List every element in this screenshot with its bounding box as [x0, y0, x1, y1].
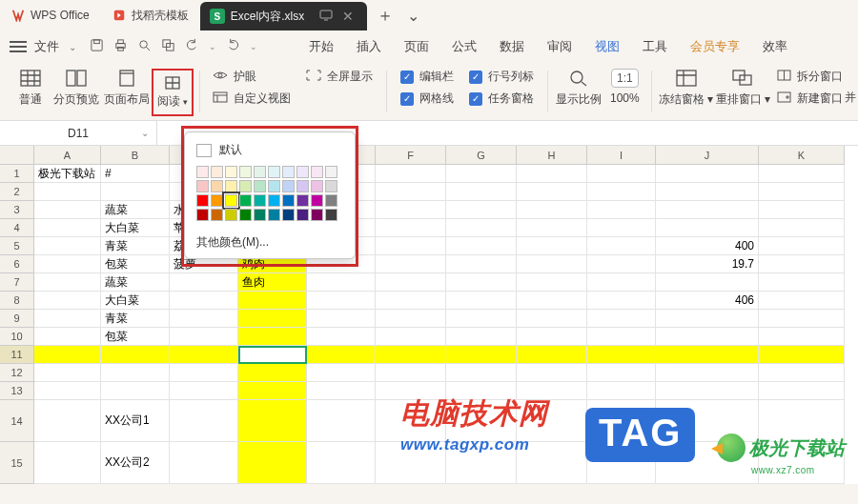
cell-K8[interactable] — [759, 292, 845, 310]
col-header-F[interactable]: F — [376, 146, 446, 165]
cell-B7[interactable]: 蔬菜 — [101, 273, 170, 292]
cell-A8[interactable] — [34, 292, 101, 310]
color-swatch[interactable] — [282, 166, 295, 178]
color-swatch[interactable] — [268, 209, 280, 221]
cell-J7[interactable] — [656, 273, 759, 292]
cell-J5[interactable]: 400 — [656, 237, 759, 255]
cell-B13[interactable] — [101, 382, 170, 400]
row-header-9[interactable]: 9 — [0, 310, 34, 328]
cell-H10[interactable] — [517, 328, 587, 346]
color-swatch[interactable] — [211, 180, 223, 192]
col-header-B[interactable]: B — [101, 146, 170, 165]
cell-J12[interactable] — [656, 364, 759, 382]
cell-G5[interactable] — [446, 237, 517, 255]
row-header-1[interactable]: 1 — [0, 165, 34, 183]
color-swatch[interactable] — [282, 194, 295, 207]
cell-J9[interactable] — [656, 310, 759, 328]
freeze-panes-button[interactable]: 冻结窗格 ▾ — [658, 69, 714, 108]
tab-start[interactable]: 开始 — [309, 38, 334, 55]
cell-A11[interactable] — [34, 346, 101, 364]
default-color-option[interactable]: 默认 — [196, 142, 343, 158]
row-header-4[interactable]: 4 — [0, 219, 34, 237]
cell-J11[interactable] — [656, 346, 759, 364]
cell-K11[interactable] — [759, 346, 845, 364]
cell-G6[interactable] — [446, 255, 517, 273]
zoom-button[interactable]: 显示比例 — [554, 69, 603, 108]
name-box[interactable]: D11 ⌄ — [0, 121, 157, 145]
cell-I7[interactable] — [587, 273, 656, 292]
view-normal-button[interactable]: 普通 — [10, 69, 51, 108]
cell-B10[interactable]: 包菜 — [101, 328, 170, 346]
cell-B2[interactable] — [101, 183, 170, 201]
cell-G9[interactable] — [446, 310, 517, 328]
print-icon[interactable] — [113, 38, 128, 55]
color-swatch[interactable] — [325, 166, 337, 178]
chevron-down-icon[interactable]: ⌄ — [407, 7, 419, 25]
color-swatch[interactable] — [325, 194, 337, 207]
cell-F8[interactable] — [376, 292, 446, 310]
cell-E12[interactable] — [307, 364, 376, 382]
toggle-task-pane[interactable]: ✓任务窗格 — [469, 91, 534, 107]
cell-K5[interactable] — [759, 237, 845, 255]
cell-I2[interactable] — [587, 183, 656, 201]
cell-G11[interactable] — [446, 346, 517, 364]
cell-B6[interactable]: 包菜 — [101, 255, 170, 273]
color-swatch[interactable] — [225, 180, 237, 192]
cell-K9[interactable] — [759, 310, 845, 328]
cell-E13[interactable] — [307, 382, 376, 400]
color-swatch[interactable] — [239, 166, 252, 178]
cell-F6[interactable] — [376, 255, 446, 273]
cell-B5[interactable]: 青菜 — [101, 237, 170, 255]
row-header-8[interactable]: 8 — [0, 292, 34, 310]
color-swatch[interactable] — [254, 209, 266, 221]
cell-H11[interactable] — [517, 346, 587, 364]
col-header-G[interactable]: G — [446, 146, 517, 165]
arrange-windows-button[interactable]: 重排窗口 ▾ — [715, 69, 771, 108]
cell-D10[interactable] — [238, 328, 307, 346]
cell-E8[interactable] — [307, 292, 376, 310]
cell-G1[interactable] — [446, 165, 517, 183]
cell-I6[interactable] — [587, 255, 656, 273]
tab-formula[interactable]: 公式 — [452, 38, 477, 55]
color-swatch[interactable] — [254, 194, 266, 207]
cell-J8[interactable]: 406 — [656, 292, 759, 310]
color-swatch[interactable] — [296, 180, 309, 192]
cell-B1[interactable]: # — [101, 165, 170, 183]
cell-K6[interactable] — [759, 255, 845, 273]
cell-I3[interactable] — [587, 201, 656, 219]
save-icon[interactable] — [90, 38, 104, 55]
cell-I11[interactable] — [587, 346, 656, 364]
row-header-15[interactable]: 15 — [0, 442, 34, 484]
color-swatch[interactable] — [254, 166, 266, 178]
color-swatch[interactable] — [296, 166, 309, 178]
toggle-formula-bar[interactable]: ✓编辑栏 — [400, 69, 454, 85]
cell-I1[interactable] — [587, 165, 656, 183]
cell-D15[interactable] — [238, 442, 307, 484]
cell-F4[interactable] — [376, 219, 446, 237]
custom-view-button[interactable]: 自定义视图 — [213, 91, 291, 107]
cell-A2[interactable] — [34, 183, 101, 201]
cell-I5[interactable] — [587, 237, 656, 255]
chevron-down-icon[interactable]: ⌄ — [209, 42, 216, 51]
hamburger-icon[interactable] — [10, 41, 27, 52]
tab-tools[interactable]: 工具 — [643, 38, 667, 55]
chevron-down-icon[interactable]: ⌄ — [141, 128, 149, 138]
col-header-K[interactable]: K — [759, 146, 845, 165]
cell-A3[interactable] — [34, 201, 101, 219]
cell-G3[interactable] — [446, 201, 517, 219]
color-swatch[interactable] — [254, 180, 266, 192]
row-header-12[interactable]: 12 — [0, 364, 34, 382]
redo-icon[interactable] — [226, 38, 240, 55]
color-swatch[interactable] — [211, 209, 223, 221]
cell-K3[interactable] — [759, 201, 845, 219]
cell-C11[interactable] — [170, 346, 238, 364]
col-header-H[interactable]: H — [517, 146, 587, 165]
more-colors-option[interactable]: 其他颜色(M)... — [196, 229, 343, 251]
cell-I12[interactable] — [587, 364, 656, 382]
tab-efficiency[interactable]: 效率 — [763, 38, 787, 55]
cell-E10[interactable] — [307, 328, 376, 346]
cell-K1[interactable] — [759, 165, 845, 183]
cell-C12[interactable] — [170, 364, 238, 382]
cell-D11[interactable] — [238, 346, 307, 364]
cell-K7[interactable] — [759, 273, 845, 292]
